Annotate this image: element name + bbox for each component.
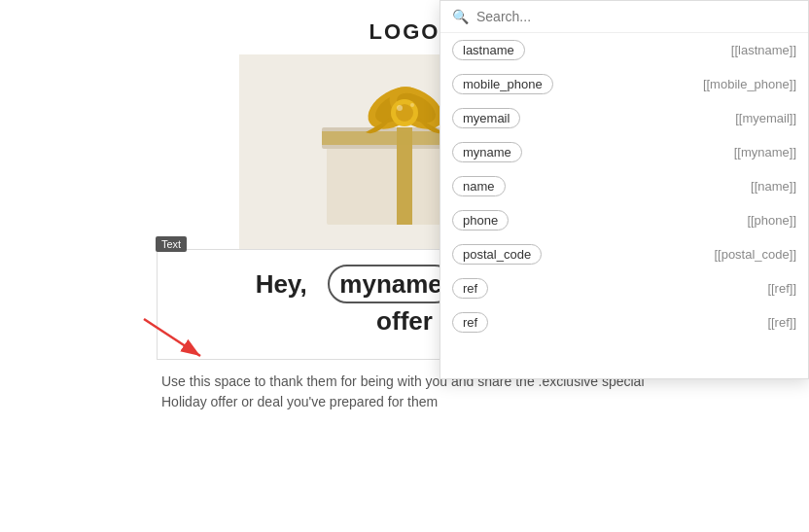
list-item[interactable]: myemail [[myemail]]: [440, 101, 808, 135]
myname-tag[interactable]: myname: [328, 265, 454, 303]
list-item[interactable]: mobile_phone [[mobile_phone]]: [440, 67, 808, 101]
item-tag: ref: [452, 278, 488, 299]
item-tag: ref: [452, 312, 488, 333]
text-label: Text: [156, 236, 187, 252]
list-item[interactable]: ref [[ref]]: [440, 271, 808, 305]
item-tag: phone: [452, 210, 509, 231]
item-value: [[myname]]: [734, 145, 796, 160]
dropdown-list: lastname [[lastname]] mobile_phone [[mob…: [440, 33, 808, 378]
headline-line2: offer: [376, 306, 433, 336]
main-content: LOGO: [0, 0, 809, 532]
search-input[interactable]: [476, 9, 796, 24]
svg-point-12: [410, 103, 414, 107]
list-item[interactable]: ref [[ref]]: [440, 305, 808, 339]
item-value: [[ref]]: [767, 315, 796, 330]
list-item[interactable]: lastname [[lastname]]: [440, 33, 808, 67]
item-tag: myname: [452, 142, 522, 162]
list-item[interactable]: name [[name]]: [440, 169, 808, 203]
item-value: [[postal_code]]: [714, 247, 796, 262]
search-icon: 🔍: [452, 9, 469, 24]
headline-before: Hey,: [256, 269, 307, 299]
item-tag: postal_code: [452, 244, 542, 265]
item-tag: name: [452, 176, 506, 196]
item-value: [[lastname]]: [731, 43, 796, 57]
item-value: [[ref]]: [767, 281, 796, 296]
svg-point-11: [397, 105, 403, 111]
item-value: [[myemail]]: [735, 111, 796, 125]
item-tag: lastname: [452, 40, 525, 60]
item-value: [[phone]]: [747, 213, 796, 228]
item-value: [[name]]: [751, 179, 796, 194]
list-item[interactable]: myname [[myname]]: [440, 135, 808, 169]
list-item[interactable]: postal_code [[postal_code]]: [440, 237, 808, 271]
item-value: [[mobile_phone]]: [703, 77, 796, 91]
list-item[interactable]: phone [[phone]]: [440, 203, 808, 237]
item-tag: mobile_phone: [452, 74, 553, 94]
item-tag: myemail: [452, 108, 520, 128]
search-box: 🔍: [440, 1, 808, 33]
logo: LOGO: [369, 19, 440, 44]
dropdown-panel: 🔍 lastname [[lastname]] mobile_phone [[m…: [440, 0, 809, 379]
